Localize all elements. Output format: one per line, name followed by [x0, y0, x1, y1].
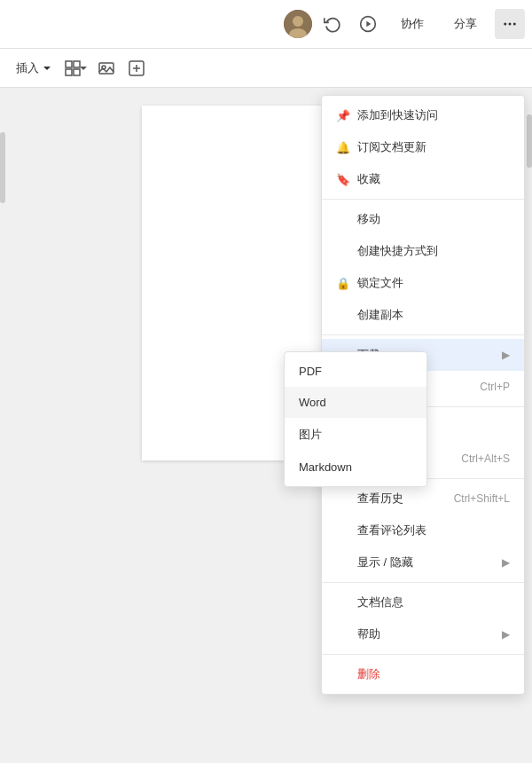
- collab-button[interactable]: 协作: [388, 11, 436, 37]
- menu-item-view-comments[interactable]: 查看评论列表: [322, 515, 524, 547]
- menu-item-lock-file[interactable]: 🔒 锁定文件: [322, 267, 524, 299]
- menu-item-view-history[interactable]: 查看历史 Ctrl+Shift+L: [322, 483, 524, 515]
- menu-item-move[interactable]: 移动: [322, 203, 524, 235]
- svg-rect-10: [66, 69, 72, 75]
- image-insert-button[interactable]: [93, 55, 120, 82]
- show-hide-arrow-icon: ▶: [502, 556, 510, 569]
- divider-1: [322, 199, 524, 200]
- history-button[interactable]: [317, 9, 348, 39]
- menu-item-doc-info[interactable]: 文档信息: [322, 586, 524, 618]
- bell-icon: 🔔: [336, 141, 350, 154]
- submenu-item-pdf[interactable]: PDF: [285, 356, 426, 387]
- svg-marker-4: [366, 21, 371, 28]
- share-button[interactable]: 分享: [442, 11, 489, 37]
- svg-point-5: [504, 23, 506, 26]
- avatar[interactable]: [284, 10, 312, 38]
- menu-item-show-hide[interactable]: 显示 / 隐藏 ▶: [322, 547, 524, 578]
- second-toolbar: 插入: [0, 49, 532, 88]
- menu-item-help[interactable]: 帮助 ▶: [322, 618, 524, 650]
- menu-item-create-shortcut[interactable]: 创建快捷方式到: [322, 235, 524, 267]
- right-scrollbar[interactable]: [527, 114, 532, 168]
- pin-icon: 📌: [336, 109, 350, 122]
- divider-5: [322, 582, 524, 583]
- submenu-item-word[interactable]: Word: [285, 387, 426, 418]
- menu-item-add-quick-access[interactable]: 📌 添加到快速访问: [322, 99, 524, 131]
- top-toolbar: 协作 分享: [0, 0, 532, 49]
- svg-point-1: [293, 16, 303, 27]
- add-button[interactable]: [123, 55, 150, 82]
- left-scrollbar[interactable]: [0, 132, 5, 203]
- menu-item-create-copy[interactable]: 创建副本: [322, 299, 524, 331]
- svg-rect-8: [66, 61, 72, 67]
- grid-button[interactable]: [63, 55, 90, 82]
- play-button[interactable]: [353, 9, 383, 39]
- insert-button[interactable]: 插入: [9, 56, 59, 81]
- menu-item-delete[interactable]: 删除: [322, 658, 524, 690]
- divider-6: [322, 654, 524, 655]
- submenu-item-image[interactable]: 图片: [285, 418, 426, 452]
- svg-point-6: [509, 23, 512, 26]
- divider-2: [322, 334, 524, 335]
- help-arrow-icon: ▶: [502, 628, 510, 641]
- bookmark-icon: 🔖: [336, 173, 350, 186]
- more-button[interactable]: [495, 9, 525, 39]
- lock-icon: 🔒: [336, 277, 350, 290]
- main-area: PDF Word 图片 Markdown 📌 添加到快速访问 🔔 订阅文档更新 …: [0, 88, 532, 763]
- svg-point-7: [513, 23, 516, 26]
- submenu-item-markdown[interactable]: Markdown: [285, 452, 426, 483]
- menu-item-collect[interactable]: 🔖 收藏: [322, 163, 524, 195]
- toolbar-right: 协作 分享: [284, 9, 525, 39]
- download-arrow-icon: ▶: [502, 349, 510, 361]
- download-submenu: PDF Word 图片 Markdown: [284, 351, 427, 487]
- menu-item-subscribe[interactable]: 🔔 订阅文档更新: [322, 131, 524, 163]
